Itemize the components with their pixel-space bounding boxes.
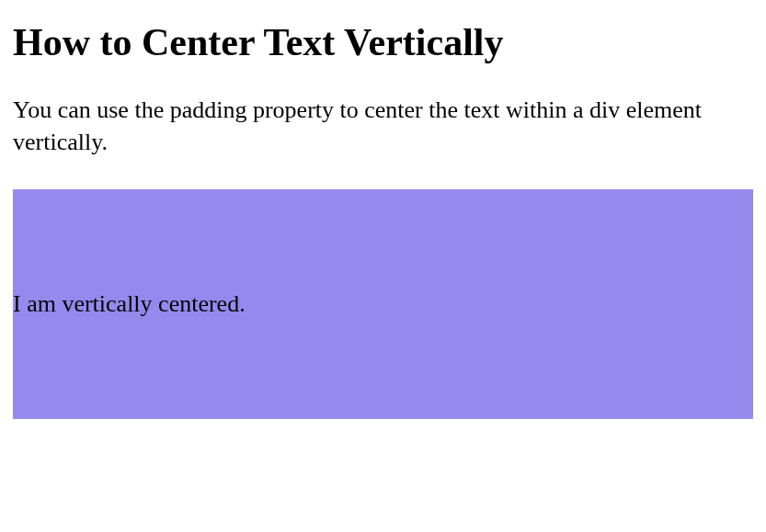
example-box: I am vertically centered. [13, 189, 753, 419]
centered-text: I am vertically centered. [13, 290, 246, 317]
page-heading: How to Center Text Vertically [13, 20, 753, 64]
description-paragraph: You can use the padding property to cent… [13, 94, 753, 158]
